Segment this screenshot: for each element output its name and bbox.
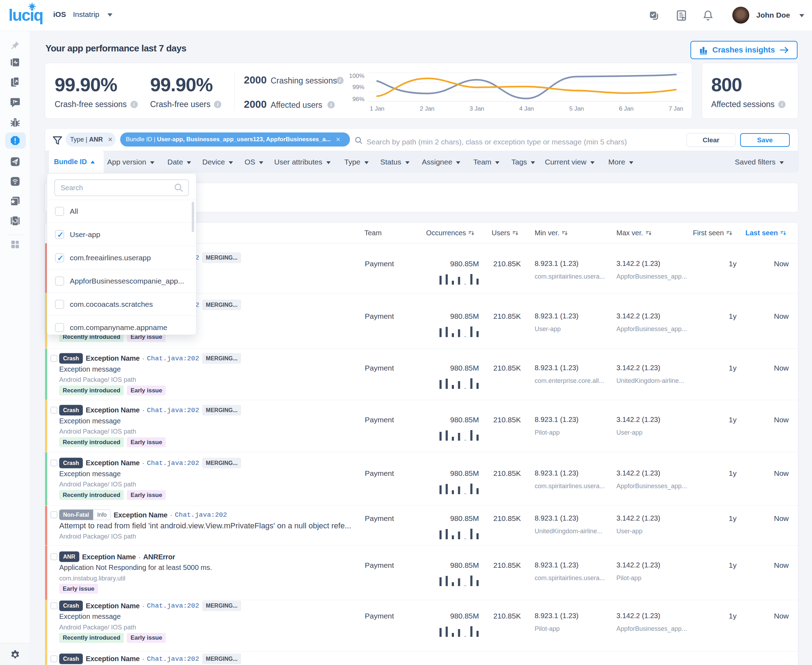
svg-text:2 Jan: 2 Jan [420,105,435,112]
svg-text:99%: 99% [353,84,364,90]
svg-text:1 Jan: 1 Jan [370,105,384,112]
svg-text:4 Jan: 4 Jan [519,105,534,112]
svg-text:5 Jan: 5 Jan [569,105,584,112]
svg-text:3 Jan: 3 Jan [469,105,484,112]
svg-text:7 Jan: 7 Jan [669,105,683,112]
svg-text:100%: 100% [349,72,364,79]
svg-text:96%: 96% [353,96,364,103]
svg-text:6 Jan: 6 Jan [619,105,634,112]
